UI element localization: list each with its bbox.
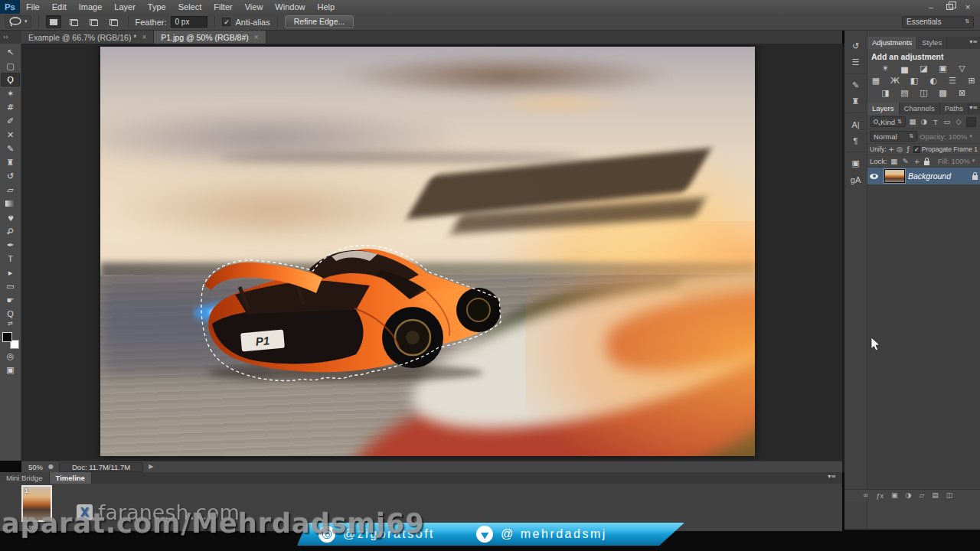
tab-layers[interactable]: Layers	[867, 103, 900, 115]
history-brush-tool[interactable]: ↺	[1, 169, 20, 183]
healing-brush-tool[interactable]: ✕	[1, 128, 20, 142]
filter-adjustment-layers-icon[interactable]: ◑	[920, 118, 929, 126]
brush-tool[interactable]: ✎	[1, 142, 20, 155]
curves-icon[interactable]: ◪	[918, 64, 929, 73]
minimize-button[interactable]: –	[922, 1, 940, 13]
lock-pixels-icon[interactable]: ✎	[901, 158, 910, 165]
pasteboard[interactable]: P1	[21, 44, 842, 461]
close-tab-icon[interactable]: ×	[254, 33, 259, 41]
panel-menu-icon[interactable]: ▾≡	[969, 103, 980, 115]
lock-all-icon[interactable]	[924, 161, 929, 165]
quick-selection-tool[interactable]: ✶	[1, 86, 20, 100]
tab-channels[interactable]: Channels	[900, 103, 940, 115]
eraser-tool[interactable]: ▱	[1, 183, 20, 197]
vibrance-icon[interactable]: ▽	[956, 64, 968, 73]
document-size-info[interactable]: Doc: 11.7M/11.7M	[59, 462, 143, 472]
paragraph-panel-icon[interactable]: ¶	[847, 132, 865, 148]
lasso-tool[interactable]: Ϙ	[1, 73, 20, 86]
history-panel-icon[interactable]: ↺	[847, 38, 865, 54]
layer-name[interactable]: Background	[908, 171, 969, 181]
fill-value[interactable]: 100%	[952, 157, 970, 165]
menu-window[interactable]: Window	[269, 0, 311, 14]
eyedropper-tool[interactable]: ✐	[1, 114, 20, 128]
fill-caret-icon[interactable]: ▾	[972, 158, 975, 164]
swap-colors-icon[interactable]: ⇄	[8, 321, 13, 328]
lock-transparency-icon[interactable]: ▦	[890, 158, 899, 165]
tab-paths[interactable]: Paths	[940, 103, 969, 115]
pen-tool[interactable]: ✒	[1, 238, 20, 252]
menu-filter[interactable]: Filter	[207, 0, 238, 14]
blend-mode-select[interactable]: Normal ⇅	[870, 131, 917, 142]
lock-position-icon[interactable]: +	[913, 158, 922, 165]
shape-tool[interactable]: ▭	[1, 279, 20, 293]
blur-tool[interactable]: ♠	[1, 210, 20, 224]
intersect-selection-button[interactable]	[106, 15, 121, 28]
unify-visibility-icon[interactable]: ◎	[897, 145, 903, 153]
close-button[interactable]: ×	[959, 1, 977, 13]
dodge-tool[interactable]: ♀	[1, 224, 20, 238]
hue-saturation-icon[interactable]: ▦	[871, 76, 882, 86]
menu-file[interactable]: File	[20, 0, 46, 14]
layer-comps-panel-icon[interactable]: ▣	[847, 155, 865, 171]
filter-shape-layers-icon[interactable]: ▭	[942, 118, 952, 126]
workspace-switcher[interactable]: Essentials ⇅	[902, 16, 974, 28]
photo-filter-icon[interactable]: ◐	[928, 76, 939, 86]
layer-styles-icon[interactable]: ƒx	[877, 492, 884, 500]
dock-divider[interactable]	[842, 44, 844, 472]
menu-edit[interactable]: Edit	[46, 0, 73, 14]
move-tool[interactable]: ↖	[1, 45, 20, 59]
gradient-tool[interactable]	[1, 197, 20, 210]
menu-layer[interactable]: Layer	[108, 0, 142, 14]
posterize-icon[interactable]: ▤	[899, 88, 910, 98]
close-tab-icon[interactable]: ×	[142, 33, 146, 41]
exposure-icon[interactable]: ▣	[937, 64, 949, 73]
clone-source-panel-icon[interactable]: ♜	[847, 93, 865, 109]
color-balance-icon[interactable]: Ж	[890, 76, 901, 86]
hand-tool[interactable]: ☛	[1, 293, 20, 307]
anti-alias-checkbox[interactable]: ✓	[222, 18, 230, 26]
color-lookup-icon[interactable]: ⊞	[966, 76, 978, 86]
quick-mask-button[interactable]: ◎	[1, 349, 20, 363]
subtract-from-selection-button[interactable]	[86, 15, 101, 28]
add-to-selection-button[interactable]	[66, 15, 81, 28]
menu-type[interactable]: Type	[142, 0, 172, 14]
document-canvas[interactable]: P1	[100, 47, 755, 456]
filter-kind-select[interactable]: Kind ⇅	[870, 116, 906, 127]
panel-menu-icon[interactable]: ▾≡	[969, 37, 980, 49]
character-panel-icon[interactable]: A|	[847, 116, 865, 132]
filter-toggle-button[interactable]	[966, 117, 976, 127]
document-tab-p1[interactable]: P1.jpg @ 50% (RGB/8#) ×	[154, 31, 266, 44]
new-selection-button[interactable]	[46, 15, 61, 28]
status-arrow-icon[interactable]: ▶	[149, 464, 153, 470]
path-selection-tool[interactable]: ▸	[1, 266, 20, 279]
collapse-panels-icon[interactable]: ››	[0, 31, 21, 44]
layer-thumbnail[interactable]	[884, 169, 905, 183]
timeline-menu-icon[interactable]: ▾≡	[828, 472, 842, 484]
new-group-icon[interactable]: ▱	[919, 492, 924, 499]
new-adjustment-layer-icon[interactable]: ◑	[906, 492, 912, 499]
zoom-level[interactable]: 50%	[28, 463, 43, 471]
levels-icon[interactable]: ▅	[899, 64, 910, 73]
propagate-frame-checkbox[interactable]: ✓	[913, 146, 920, 153]
brightness-contrast-icon[interactable]: ☀	[880, 64, 891, 73]
channel-mixer-icon[interactable]: ☰	[947, 76, 959, 86]
tab-adjustments[interactable]: Adjustments	[867, 37, 917, 49]
menu-image[interactable]: Image	[73, 0, 109, 14]
tab-styles[interactable]: Styles	[917, 37, 947, 49]
refine-edge-button[interactable]: Refine Edge...	[285, 15, 354, 28]
tool-preset-picker[interactable]: ▾	[5, 15, 31, 28]
marquee-tool[interactable]: ▢	[1, 59, 20, 73]
delete-layer-icon[interactable]: ◫	[946, 492, 953, 499]
menu-help[interactable]: Help	[311, 0, 341, 14]
tab-mini-bridge[interactable]: Mini Bridge	[0, 472, 50, 484]
zoom-tool[interactable]: Q	[1, 307, 20, 321]
filter-smart-object-icon[interactable]: ◇	[954, 118, 963, 126]
visibility-toggle[interactable]	[867, 168, 881, 184]
opacity-value[interactable]: 100%	[949, 132, 967, 141]
threshold-icon[interactable]: ◫	[918, 88, 929, 98]
unify-position-icon[interactable]: +	[888, 145, 895, 153]
unify-style-icon[interactable]: ƒ	[905, 145, 912, 153]
link-layers-icon[interactable]: ∞	[863, 492, 869, 499]
new-layer-icon[interactable]: ▤	[932, 492, 939, 499]
menu-select[interactable]: Select	[172, 0, 208, 14]
